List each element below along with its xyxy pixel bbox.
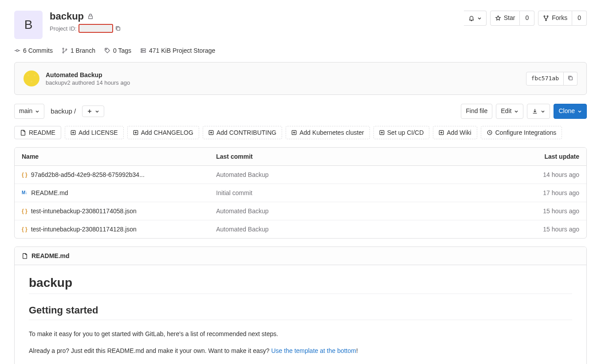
forks-button-group: Forks 0 <box>538 11 587 26</box>
branches-stat[interactable]: 1 Branch <box>62 47 95 54</box>
plus-square-icon <box>291 130 297 135</box>
document-icon <box>20 129 26 136</box>
col-commit: Last commit <box>209 148 483 166</box>
file-last-commit[interactable]: Initial commit <box>209 184 483 202</box>
readme-filename[interactable]: README.md <box>31 252 70 259</box>
commit-sha[interactable]: fbc571ab <box>526 72 564 86</box>
star-count[interactable]: 0 <box>520 11 534 26</box>
col-update: Last update <box>483 148 586 166</box>
branch-icon <box>62 47 68 54</box>
copy-project-id-icon[interactable] <box>115 25 121 31</box>
notification-button-group <box>464 11 487 26</box>
add-file-button[interactable] <box>82 106 104 117</box>
download-icon <box>532 108 538 114</box>
quick-action-configure-integrations[interactable]: Configure Integrations <box>481 126 562 139</box>
find-file-button[interactable]: Find file <box>461 104 492 119</box>
commits-stat[interactable]: 6 Commits <box>14 47 53 54</box>
svg-point-12 <box>141 49 142 50</box>
readme-template-link[interactable]: Use the template at the bottom <box>271 347 356 354</box>
last-commit-card: Automated Backup backupv2 authored 14 ho… <box>14 62 587 95</box>
svg-point-3 <box>547 16 548 17</box>
branch-select[interactable]: main <box>14 104 44 119</box>
svg-point-5 <box>16 50 18 51</box>
chevron-down-icon <box>577 109 582 114</box>
table-row: M↓README.mdInitial commit17 hours ago <box>15 184 586 202</box>
chevron-down-icon <box>541 109 545 114</box>
download-button[interactable] <box>527 104 550 119</box>
file-last-commit[interactable]: Automated Backup <box>209 220 483 238</box>
commit-icon <box>14 47 20 54</box>
chevron-down-icon <box>95 109 99 114</box>
project-title: backup <box>50 11 84 22</box>
chevron-down-icon <box>514 109 519 114</box>
file-table: Name Last commit Last update { }97a6d2b8… <box>14 147 587 239</box>
file-name[interactable]: README.md <box>31 189 68 196</box>
file-name[interactable]: test-intunebackup-230801174058.json <box>31 207 137 215</box>
readme-card: README.md backup Getting started To make… <box>14 247 587 364</box>
document-icon <box>22 253 28 259</box>
tags-stat[interactable]: 0 Tags <box>104 47 131 54</box>
notification-button[interactable] <box>464 11 487 26</box>
quick-action-readme[interactable]: README <box>14 126 61 139</box>
star-button[interactable]: Star <box>490 11 520 26</box>
forks-button[interactable]: Forks <box>538 11 572 26</box>
markdown-file-icon: M↓ <box>22 190 27 195</box>
commit-verb: authored <box>72 79 94 86</box>
file-last-commit[interactable]: Automated Backup <box>209 166 483 184</box>
quick-action-add-wiki[interactable]: Add Wiki <box>433 126 477 139</box>
file-last-update: 15 hours ago <box>483 220 586 238</box>
quick-action-set-up-ci/cd[interactable]: Set up CI/CD <box>373 126 429 139</box>
clone-button[interactable]: Clone <box>554 104 587 119</box>
chevron-down-icon <box>35 109 39 114</box>
svg-point-4 <box>546 20 547 21</box>
json-file-icon: { } <box>22 226 27 232</box>
plus-icon <box>87 109 92 114</box>
svg-point-7 <box>63 52 64 53</box>
json-file-icon: { } <box>22 172 27 178</box>
project-id-redacted <box>79 24 113 33</box>
file-last-commit[interactable]: Automated Backup <box>209 202 483 220</box>
plus-square-icon <box>133 130 138 135</box>
forks-count[interactable]: 0 <box>572 11 587 26</box>
col-name: Name <box>15 148 209 166</box>
quick-action-add-kubernetes-cluster[interactable]: Add Kubernetes cluster <box>286 126 370 139</box>
plus-square-icon <box>71 130 76 135</box>
commit-when: 14 hours ago <box>96 79 130 86</box>
svg-point-2 <box>544 16 545 17</box>
plus-square-icon <box>379 130 385 135</box>
edit-button[interactable]: Edit <box>496 104 523 119</box>
quick-action-add-changelog[interactable]: Add CHANGELOG <box>127 126 199 139</box>
star-icon <box>495 15 501 21</box>
quick-action-add-license[interactable]: Add LICENSE <box>65 126 124 139</box>
svg-point-13 <box>141 51 142 52</box>
file-name[interactable]: test-intunebackup-230801174128.json <box>31 226 137 233</box>
clipboard-icon <box>567 75 574 81</box>
copy-sha-button[interactable] <box>564 72 577 86</box>
breadcrumb[interactable]: backup / <box>51 107 76 115</box>
forks-label: Forks <box>552 14 567 23</box>
file-name[interactable]: 97a6d2b8-ad5d-42e9-8258-675992b34... <box>31 171 145 178</box>
commit-title[interactable]: Automated Backup <box>46 71 130 78</box>
chevron-down-icon <box>477 16 482 20</box>
table-row: { }97a6d2b8-ad5d-42e9-8258-675992b34...A… <box>15 166 586 184</box>
svg-rect-0 <box>89 16 93 19</box>
star-button-group: Star 0 <box>490 11 534 26</box>
commit-author[interactable]: backupv2 <box>46 79 71 86</box>
storage-icon <box>140 47 146 54</box>
file-last-update: 15 hours ago <box>483 202 586 220</box>
storage-stat: 471 KiB Project Storage <box>140 47 215 54</box>
project-id-label: Project ID: <box>50 25 77 32</box>
fork-icon <box>543 15 549 21</box>
bell-icon <box>468 15 475 21</box>
svg-point-8 <box>66 49 67 50</box>
readme-p2: Already a pro? Just edit this README.md … <box>29 346 572 356</box>
svg-point-9 <box>106 49 106 50</box>
readme-h2: Getting started <box>29 305 572 320</box>
tag-icon <box>104 47 110 54</box>
quick-action-add-contributing[interactable]: Add CONTRIBUTING <box>203 126 282 139</box>
table-row: { }test-intunebackup-230801174058.jsonAu… <box>15 202 586 220</box>
gear-icon <box>487 129 493 136</box>
lock-icon <box>87 13 94 20</box>
file-last-update: 17 hours ago <box>483 184 586 202</box>
commit-author-avatar[interactable] <box>24 70 39 86</box>
